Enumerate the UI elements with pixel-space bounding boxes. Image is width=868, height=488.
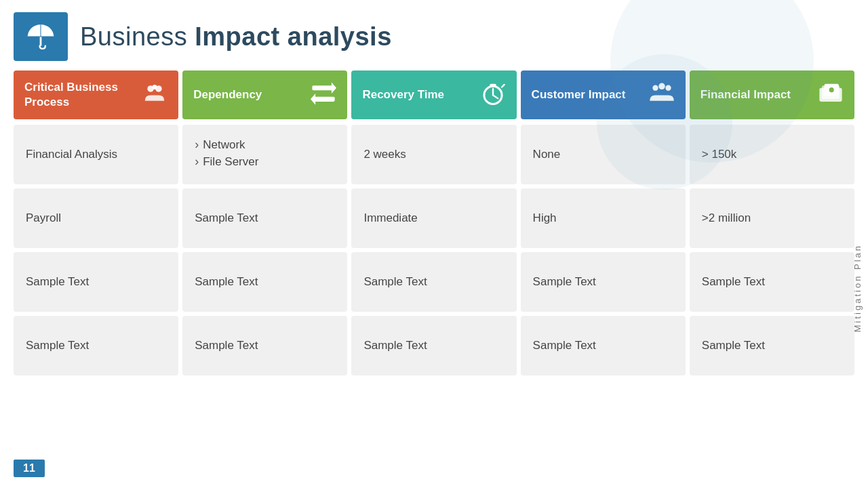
svg-rect-14 — [490, 83, 496, 86]
col-header-1: Dependency — [182, 70, 347, 119]
svg-line-13 — [493, 95, 498, 98]
col-header-0: Critical Business Process — [14, 70, 178, 119]
col-header-label-0: Critical Business Process — [24, 80, 135, 110]
col-header-icon-0 — [142, 81, 167, 110]
col-header-icon-4: $ — [818, 81, 844, 110]
table-row: PayrollSample TextImmediateHigh>2 millio… — [14, 188, 854, 248]
bg-decoration-2 — [597, 54, 732, 190]
table-row: Sample TextSample TextSample TextSample … — [14, 252, 854, 312]
table-cell-r2-c4: Sample Text — [690, 252, 854, 312]
svg-rect-8 — [313, 96, 335, 101]
table-cell-r1-c1: Sample Text — [182, 188, 347, 248]
table-cell-r1-c3: High — [521, 188, 686, 248]
side-label: Mitigation Plan — [852, 244, 863, 332]
table-cell-r1-c0: Payroll — [14, 188, 178, 248]
table-row: Sample TextSample TextSample TextSample … — [14, 316, 854, 375]
table-cell-r1-c4: >2 million — [690, 188, 854, 248]
table-cell-r2-c1: Sample Text — [182, 252, 347, 312]
col-header-icon-2 — [480, 81, 506, 110]
dependency-item: Network — [195, 138, 258, 152]
table-cell-r3-c4: Sample Text — [690, 316, 854, 375]
data-table: Financial AnalysisNetworkFile Server2 we… — [0, 125, 868, 375]
table-cell-r2-c3: Sample Text — [521, 252, 686, 312]
dependency-item: File Server — [195, 155, 258, 169]
svg-rect-0 — [40, 37, 42, 46]
svg-rect-7 — [313, 85, 335, 90]
col-header-icon-1 — [311, 81, 336, 110]
col-header-2: Recovery Time — [351, 70, 516, 119]
svg-point-6 — [153, 84, 157, 89]
table-cell-r3-c0: Sample Text — [14, 316, 178, 375]
svg-marker-9 — [332, 82, 336, 94]
col-header-label-1: Dependency — [193, 87, 304, 102]
svg-line-15 — [502, 84, 505, 87]
table-cell-r0-c0: Financial Analysis — [14, 125, 178, 184]
svg-marker-10 — [311, 94, 315, 105]
table-cell-r2-c2: Sample Text — [351, 252, 516, 312]
header-icon-box — [14, 12, 68, 61]
table-cell-r3-c2: Sample Text — [351, 316, 516, 375]
table-cell-r0-c2: 2 weeks — [351, 125, 516, 184]
table-cell-r2-c0: Sample Text — [14, 252, 178, 312]
table-cell-r3-c1: Sample Text — [182, 316, 347, 375]
table-cell-r3-c3: Sample Text — [521, 316, 686, 375]
table-cell-r0-c1: NetworkFile Server — [182, 125, 347, 184]
page-title: Business Impact analysis — [80, 22, 392, 52]
umbrella-icon — [26, 22, 56, 52]
table-cell-r1-c2: Immediate — [351, 188, 516, 248]
page-number: 11 — [14, 460, 45, 477]
col-header-label-2: Recovery Time — [362, 87, 473, 102]
